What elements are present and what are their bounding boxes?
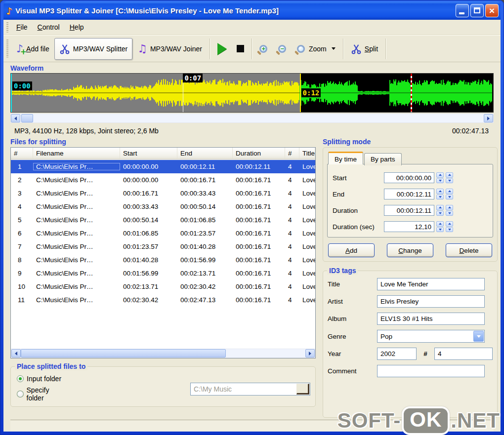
spin-up-button[interactable] — [446, 221, 453, 227]
folder-path-field[interactable]: C:\My Music — [190, 383, 310, 395]
change-button[interactable]: Change — [387, 243, 433, 257]
spin-down-button[interactable] — [436, 178, 444, 184]
spin-up-button[interactable] — [446, 189, 453, 194]
table-row[interactable]: 9 C:\Music\Elvis Pr… 00:01:56.99 00:02:1… — [11, 267, 315, 280]
play-button[interactable] — [212, 38, 232, 60]
input-folder-radio[interactable]: Input folder — [17, 375, 67, 383]
album-label: Album — [328, 315, 377, 322]
scrollbar-track[interactable] — [20, 114, 484, 122]
spin-up-button[interactable] — [436, 221, 444, 227]
spin-down-button[interactable] — [436, 211, 444, 216]
scroll-left-button[interactable] — [11, 349, 21, 357]
scroll-left-button[interactable] — [11, 114, 20, 122]
cell-duration: 00:00:16.71 — [233, 270, 285, 277]
end-field[interactable] — [384, 189, 434, 199]
joiner-mode-button[interactable]: ♫ MP3/WAV Joiner — [132, 38, 207, 60]
scissors-icon — [59, 43, 70, 54]
spin-down-button[interactable] — [446, 195, 453, 200]
waveform-label: Waveform — [10, 64, 494, 72]
zoom-label: Zoom — [309, 45, 327, 53]
column-header-duration[interactable]: Duration — [233, 148, 285, 159]
comment-label: Comment — [328, 367, 377, 375]
table-row[interactable]: 11 C:\Music\Elvis Pr… 00:02:30.42 00:02:… — [11, 293, 315, 307]
close-button[interactable]: × — [485, 4, 499, 17]
spin-up-button[interactable] — [436, 172, 444, 178]
spin-down-button[interactable] — [446, 211, 453, 216]
spin-up-button[interactable] — [446, 205, 453, 210]
specify-folder-radio[interactable]: Specify folder — [17, 386, 67, 402]
scroll-right-button[interactable] — [484, 114, 493, 122]
chevron-down-icon — [332, 47, 336, 50]
spin-down-button[interactable] — [436, 195, 444, 200]
spin-down-button[interactable] — [436, 227, 444, 233]
scroll-right-button[interactable] — [305, 349, 315, 357]
zoom-in-button[interactable]: + — [254, 38, 273, 60]
cell-duration: 00:00:16.71 — [233, 243, 285, 250]
table-row[interactable]: 3 C:\Music\Elvis Pr… 00:00:16.71 00:00:3… — [11, 187, 315, 200]
scrollbar-thumb[interactable] — [21, 349, 226, 357]
tab-by-parts[interactable]: By parts — [364, 153, 402, 165]
duration-sec-field[interactable] — [384, 221, 434, 232]
spin-up-button[interactable] — [436, 205, 444, 210]
scrollbar-thumb[interactable] — [21, 114, 33, 122]
split-button[interactable]: Split — [346, 38, 383, 60]
column-header-start[interactable]: Start — [120, 148, 177, 159]
split-label: Split — [365, 45, 378, 53]
stop-button[interactable] — [232, 38, 249, 60]
cell-title: Love Me Tender — [299, 270, 315, 277]
artist-field[interactable] — [377, 295, 485, 308]
cell-filename: C:\Music\Elvis Pr… — [33, 230, 120, 237]
table-row[interactable]: 8 C:\Music\Elvis Pr… 00:01:40.28 00:01:5… — [11, 253, 315, 267]
zoom-out-button[interactable]: − — [273, 38, 292, 60]
time-marker-start: 0:00 — [12, 81, 32, 90]
column-header-end[interactable]: End — [177, 148, 233, 159]
menu-file[interactable]: File — [11, 21, 33, 34]
maximize-button[interactable] — [470, 4, 484, 17]
add-button[interactable]: Add — [328, 243, 375, 257]
delete-button[interactable]: Delete — [446, 243, 492, 257]
tab-by-time[interactable]: By time — [328, 152, 363, 164]
column-header-filename[interactable]: Filename — [33, 148, 120, 159]
album-field[interactable] — [377, 313, 485, 325]
waveform-split-line[interactable] — [300, 74, 301, 112]
year-field[interactable] — [377, 348, 417, 360]
table-row[interactable]: 5 C:\Music\Elvis Pr… 00:00:50.14 00:01:0… — [11, 213, 315, 227]
waveform-display[interactable]: 0:00 0:07 0:12 — [10, 73, 494, 113]
cell-num: 5 — [11, 216, 33, 224]
genre-combobox[interactable]: Pop — [377, 330, 485, 343]
browse-folder-button[interactable] — [296, 384, 309, 395]
table-row[interactable]: 10 C:\Music\Elvis Pr… 00:02:13.71 00:02:… — [11, 280, 315, 293]
track-number-field[interactable] — [434, 348, 493, 360]
column-header-track[interactable]: # — [285, 148, 299, 159]
add-file-button[interactable]: ♪+ Add file — [11, 38, 54, 60]
cell-duration: 00:00:16.71 — [233, 256, 285, 264]
spin-down-button[interactable] — [446, 227, 453, 233]
spin-down-button[interactable] — [446, 178, 453, 184]
spin-up-button[interactable] — [446, 172, 453, 178]
cell-track: 4 — [285, 283, 299, 290]
table-row[interactable]: 7 C:\Music\Elvis Pr… 00:01:23.57 00:01:4… — [11, 240, 315, 253]
zoom-dropdown-button[interactable]: Zoom — [292, 38, 340, 60]
column-header-num[interactable]: # — [11, 148, 33, 159]
duration-field[interactable] — [384, 205, 434, 216]
menu-help[interactable]: Help — [65, 21, 89, 34]
table-row[interactable]: 2 C:\Music\Elvis Pr… 00:00:00.00 00:00:1… — [11, 173, 315, 187]
column-header-title[interactable]: Title — [299, 148, 315, 159]
cell-track: 4 — [285, 270, 299, 277]
splitter-mode-button[interactable]: MP3/WAV Splitter — [54, 38, 132, 60]
spin-up-button[interactable] — [436, 189, 444, 194]
start-field[interactable] — [384, 172, 434, 183]
cell-num: 11 — [11, 296, 33, 304]
scrollbar-track[interactable] — [21, 349, 305, 357]
minimize-button[interactable] — [456, 4, 469, 17]
table-row[interactable]: 6 C:\Music\Elvis Pr… 00:01:06.85 00:01:2… — [11, 227, 315, 240]
cell-track: 4 — [285, 163, 299, 170]
table-row[interactable]: 1 C:\Music\Elvis Pr… 00:00:00.00 00:00:1… — [11, 160, 315, 173]
title-field[interactable] — [377, 278, 485, 290]
dropdown-button[interactable] — [473, 331, 484, 342]
comment-field[interactable] — [377, 365, 485, 377]
minimize-icon — [459, 12, 464, 14]
table-row[interactable]: 4 C:\Music\Elvis Pr… 00:00:33.43 00:00:5… — [11, 200, 315, 213]
cell-title: Love Me Tender — [299, 216, 315, 224]
menu-control[interactable]: Control — [33, 21, 65, 34]
